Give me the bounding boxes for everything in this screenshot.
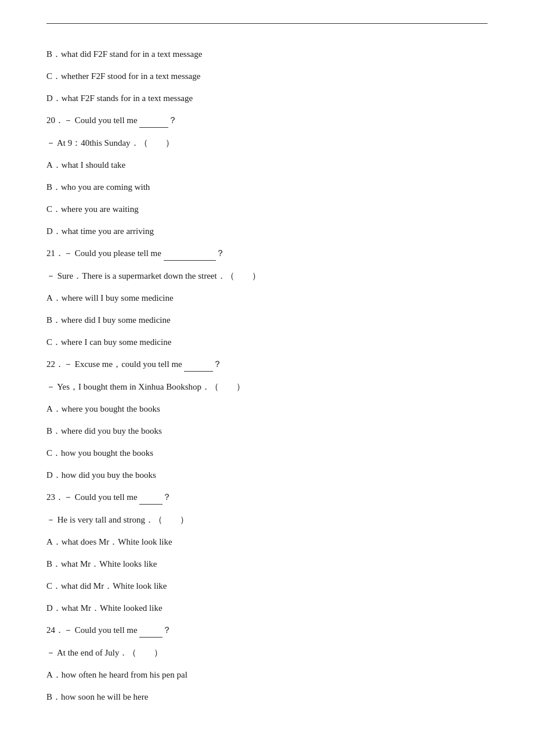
option-c-22-text: C．how you bought the books xyxy=(46,448,153,458)
option-b-22: B．where did you buy the books xyxy=(46,424,488,438)
option-b-20: B．who you are coming with xyxy=(46,180,488,194)
option-c-21-text: C．where I can buy some medicine xyxy=(46,337,171,347)
content-area: B．what did F2F stand for in a text messa… xyxy=(46,41,488,704)
question-23: 23．－ Could you tell me ？ xyxy=(46,490,488,505)
q23-blank xyxy=(139,490,163,505)
option-c-23: C．what did Mr．White look like xyxy=(46,579,488,593)
q20-blank xyxy=(139,113,168,128)
question-20: 20．－ Could you tell me ？ xyxy=(46,113,488,128)
option-b-21-text: B．where did I buy some medicine xyxy=(46,315,171,325)
option-a-21: A．where will I buy some medicine xyxy=(46,291,488,305)
option-b-24: B．how soon he will be here xyxy=(46,690,488,704)
option-b-24-text: B．how soon he will be here xyxy=(46,692,148,701)
option-d-20-text: D．what time you are arriving xyxy=(46,226,154,236)
q21-prefix: 21．－ Could you please tell me xyxy=(46,249,164,258)
q24-blank xyxy=(139,623,163,638)
q23-response-text: － He is very tall and strong．（ ） xyxy=(46,515,189,524)
option-a-22: A．where you bought the books xyxy=(46,402,488,416)
q20-response: － At 9：40this Sunday．（ ） xyxy=(46,136,488,150)
q21-response-text: － Sure．There is a supermarket down the s… xyxy=(46,271,261,280)
option-c-20: C．where you are waiting xyxy=(46,202,488,216)
question-24: 24．－ Could you tell me ？ xyxy=(46,623,488,638)
option-a-23: A．what does Mr．White look like xyxy=(46,535,488,549)
option-c-19: C．whether F2F stood for in a text messag… xyxy=(46,69,488,83)
option-c-23-text: C．what did Mr．White look like xyxy=(46,581,167,591)
q20-prefix: 20．－ Could you tell me xyxy=(46,116,139,125)
q24-response-text: － At the end of July．（ ） xyxy=(46,648,163,657)
option-a-20-text: A．what I should take xyxy=(46,160,125,170)
option-d-22: D．how did you buy the books xyxy=(46,468,488,482)
q23-response: － He is very tall and strong．（ ） xyxy=(46,513,488,527)
q23-end: ？ xyxy=(163,492,171,502)
q24-end: ？ xyxy=(163,625,171,635)
option-c-21: C．where I can buy some medicine xyxy=(46,335,488,349)
option-d-23: D．what Mr．White looked like xyxy=(46,601,488,615)
option-b-20-text: B．who you are coming with xyxy=(46,182,150,192)
option-d-23-text: D．what Mr．White looked like xyxy=(46,603,163,613)
q22-response: － Yes，I bought them in Xinhua Bookshop．（… xyxy=(46,380,488,394)
option-a-24: A．how often he heard from his pen pal xyxy=(46,668,488,682)
q22-prefix: 22．－ Excuse me，could you tell me xyxy=(46,359,184,369)
option-a-24-text: A．how often he heard from his pen pal xyxy=(46,670,187,679)
option-b-22-text: B．where did you buy the books xyxy=(46,426,162,435)
option-b-19-text: B．what did F2F stand for in a text messa… xyxy=(46,49,202,59)
option-c-22: C．how you bought the books xyxy=(46,446,488,460)
q23-prefix: 23．－ Could you tell me xyxy=(46,492,139,502)
top-divider xyxy=(46,23,488,24)
option-b-19: B．what did F2F stand for in a text messa… xyxy=(46,47,488,61)
option-a-22-text: A．where you bought the books xyxy=(46,404,160,413)
q22-blank xyxy=(184,357,213,372)
q21-blank xyxy=(164,246,216,261)
question-21: 21．－ Could you please tell me ？ xyxy=(46,246,488,261)
option-a-23-text: A．what does Mr．White look like xyxy=(46,537,172,546)
q24-prefix: 24．－ Could you tell me xyxy=(46,625,139,635)
q20-end: ？ xyxy=(168,116,177,125)
option-d-19-text: D．what F2F stands for in a text message xyxy=(46,93,193,103)
q22-end: ？ xyxy=(213,359,222,369)
q24-response: － At the end of July．（ ） xyxy=(46,646,488,660)
option-d-20: D．what time you are arriving xyxy=(46,224,488,238)
option-a-20: A．what I should take xyxy=(46,158,488,172)
option-a-21-text: A．where will I buy some medicine xyxy=(46,293,174,303)
q21-end: ？ xyxy=(216,249,225,258)
option-b-21: B．where did I buy some medicine xyxy=(46,313,488,327)
option-c-20-text: C．where you are waiting xyxy=(46,204,139,214)
q22-response-text: － Yes，I bought them in Xinhua Bookshop．（… xyxy=(46,382,245,391)
q20-response-text: － At 9：40this Sunday．（ ） xyxy=(46,138,174,147)
option-b-23-text: B．what Mr．White looks like xyxy=(46,559,157,568)
option-d-19: D．what F2F stands for in a text message xyxy=(46,91,488,105)
option-c-19-text: C．whether F2F stood for in a text messag… xyxy=(46,71,200,81)
question-22: 22．－ Excuse me，could you tell me ？ xyxy=(46,357,488,372)
option-d-22-text: D．how did you buy the books xyxy=(46,470,156,480)
q21-response: － Sure．There is a supermarket down the s… xyxy=(46,269,488,283)
option-b-23: B．what Mr．White looks like xyxy=(46,557,488,571)
